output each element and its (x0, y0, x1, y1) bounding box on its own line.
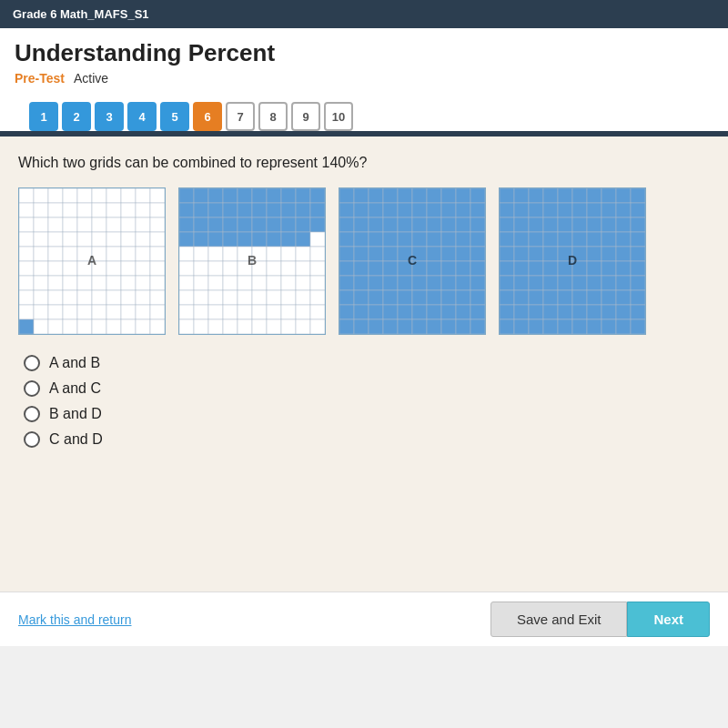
mark-return-link[interactable]: Mark this and return (18, 612, 132, 627)
save-exit-button[interactable]: Save and Exit (490, 602, 628, 637)
option-item-0[interactable]: A and B (24, 355, 710, 371)
nav-btn-3[interactable]: 3 (95, 102, 124, 131)
top-bar: Grade 6 Math_MAFS_S1 (0, 0, 728, 28)
grid-wrapper-C (339, 187, 486, 335)
nav-btn-2[interactable]: 2 (62, 102, 91, 131)
option-label-3: C and D (49, 431, 103, 448)
nav-btn-4[interactable]: 4 (127, 102, 157, 131)
grid-wrapper-B (178, 187, 326, 335)
option-item-3[interactable]: C and D (24, 431, 710, 448)
grid-canvas-C (339, 187, 486, 335)
nav-btn-5[interactable]: 5 (160, 102, 189, 131)
bottom-bar: Mark this and return Save and Exit Next (0, 592, 728, 646)
nav-btn-9[interactable]: 9 (291, 102, 320, 131)
grid-wrapper-D (499, 187, 646, 335)
grids-container (18, 187, 710, 335)
subtitle: Pre-Test Active (15, 71, 713, 86)
nav-btn-1[interactable]: 1 (29, 102, 58, 131)
radio-circle-1 (24, 380, 40, 397)
radio-circle-3 (24, 431, 40, 448)
nav-btn-8[interactable]: 8 (258, 102, 288, 131)
radio-circle-2 (24, 406, 40, 422)
main-content: Which two grids can be combined to repre… (0, 136, 728, 646)
status-label: Active (74, 71, 108, 86)
nav-btn-10[interactable]: 10 (324, 102, 353, 131)
grid-canvas-D (499, 187, 646, 335)
option-item-1[interactable]: A and C (24, 380, 710, 397)
nav-btn-7[interactable]: 7 (226, 102, 255, 131)
option-item-2[interactable]: B and D (24, 406, 710, 422)
grid-canvas-B (178, 187, 326, 335)
header: Understanding Percent Pre-Test Active 12… (0, 28, 728, 131)
bottom-buttons: Save and Exit Next (490, 602, 710, 637)
grid-wrapper-A (18, 187, 166, 335)
option-label-2: B and D (49, 406, 102, 422)
question-text: Which two grids can be combined to repre… (18, 155, 710, 171)
pre-test-label: Pre-Test (15, 71, 65, 86)
grid-canvas-A (18, 187, 166, 335)
top-bar-title: Grade 6 Math_MAFS_S1 (13, 7, 149, 21)
option-label-1: A and C (49, 380, 101, 397)
radio-circle-0 (24, 355, 40, 371)
option-label-0: A and B (49, 355, 100, 371)
nav-btn-6[interactable]: 6 (193, 102, 222, 131)
question-nav: 12345678910 (15, 95, 713, 131)
options-list: A and BA and CB and DC and D (24, 355, 710, 448)
page-title: Understanding Percent (15, 39, 713, 67)
next-button[interactable]: Next (627, 602, 710, 637)
